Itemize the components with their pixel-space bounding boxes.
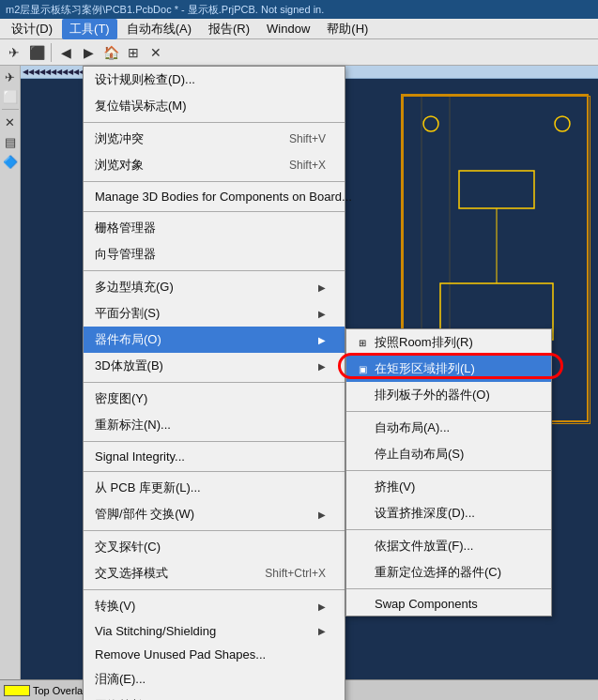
left-tool-1[interactable]: ✈ (1, 68, 20, 86)
title-text: m2层显示板练习案例\PCB1.PcbDoc * - 显示板.PrjPCB. N… (6, 3, 324, 17)
grid-icon: ⊞ (354, 335, 371, 350)
left-tool-5[interactable]: 🔷 (1, 152, 20, 171)
menu-via-stitching[interactable]: Via Stitching/Shielding ▶ (84, 619, 345, 643)
top-overlay-color (4, 685, 30, 696)
submenu-reposition[interactable]: 重新定位选择的器件(C) (346, 559, 551, 586)
menu-manage-3d[interactable]: Manage 3D Bodies for Components on Board… (84, 185, 345, 208)
toolbar-close-icon[interactable]: ✕ (146, 42, 166, 63)
rect-icon: ▣ (354, 361, 371, 376)
menu-browse-objects[interactable]: 浏览对象 Shift+X (84, 152, 345, 178)
submenu-swap-components[interactable]: Swap Components (346, 592, 551, 616)
menu-browse-conflicts[interactable]: 浏览冲突 Shift+V (84, 126, 345, 152)
menu-density-map[interactable]: 密度图(Y) (84, 386, 345, 412)
svg-point-3 (423, 116, 438, 131)
menu-plane-split[interactable]: 平面分割(S) ▶ (84, 300, 345, 327)
menu-polygon-fill[interactable]: 多边型填充(G) ▶ (84, 274, 345, 300)
left-toolbar: ✈ ⬜ ✕ ▤ 🔷 (0, 66, 21, 700)
menu-item-design[interactable]: 设计(D) (4, 19, 60, 39)
menu-net-length[interactable]: 网络等长(Z) (84, 692, 345, 700)
menu-remove-pads[interactable]: Remove Unused Pad Shapes... (84, 643, 345, 666)
submenu-arrange-outside[interactable]: 排列板子外的器件(O) (346, 382, 551, 408)
menu-wizard-manager[interactable]: 向导管理器 (84, 241, 345, 267)
menu-item-autoroute[interactable]: 自动布线(A) (119, 19, 199, 39)
submenu-auto-layout[interactable]: 自动布局(A)... (346, 415, 551, 441)
toolbar-grid-icon[interactable]: ⊞ (123, 42, 144, 63)
title-bar: m2层显示板练习案例\PCB1.PcbDoc * - 显示板.PrjPCB. N… (0, 0, 598, 19)
menu-teardrops[interactable]: 泪滴(E)... (84, 666, 345, 692)
menu-item-window[interactable]: Window (259, 20, 317, 38)
submenu-arrange-rect[interactable]: ▣ 在矩形区域排列(L) (346, 356, 551, 382)
component-layout-submenu: ⊞ 按照Room排列(R) ▣ 在矩形区域排列(L) 排列板子外的器件(O) 自… (345, 328, 552, 616)
main-toolbar: ✈ ⬛ ◀ ▶ 🏠 ⊞ ✕ (0, 39, 598, 66)
workspace: ✈ ⬜ ✕ ▤ 🔷 ◀◀◀◀◀◀◀◀◀◀◀◀◀◀◀◀◀◀◀◀◀◀◀◀◀◀◀◀◀◀… (0, 66, 598, 700)
left-tool-4[interactable]: ▤ (1, 132, 20, 151)
submenu-push-depth[interactable]: 设置挤推深度(D)... (346, 500, 551, 526)
submenu-arrange-room[interactable]: ⊞ 按照Room排列(R) (346, 329, 551, 356)
top-overlay-label: Top Overlay (33, 685, 88, 696)
submenu-stop-auto-layout[interactable]: 停止自动布局(S) (346, 441, 551, 467)
menu-design-rules[interactable]: 设计规则检查(D)... (84, 67, 345, 93)
left-tool-2[interactable]: ⬜ (1, 87, 20, 106)
svg-point-4 (555, 116, 570, 131)
menu-item-report[interactable]: 报告(R) (201, 19, 257, 39)
menu-bar: 设计(D) 工具(T) 自动布线(A) 报告(R) Window 帮助(H) (0, 19, 598, 39)
menu-cross-probe[interactable]: 交叉探针(C) (84, 534, 345, 560)
toolbar-home-icon[interactable]: 🏠 (100, 42, 121, 63)
submenu-push[interactable]: 挤推(V) (346, 474, 551, 500)
toolbar-arrow-icon[interactable]: ✈ (4, 42, 24, 63)
menu-item-tools[interactable]: 工具(T) (62, 19, 117, 39)
tools-dropdown: 设计规则检查(D)... 复位错误标志(M) 浏览冲突 Shift+V 浏览对象… (83, 66, 345, 700)
menu-re-annotate[interactable]: 重新标注(N)... (84, 412, 345, 438)
menu-signal-integrity[interactable]: Signal Integrity... (84, 445, 345, 468)
top-overlay-status: Top Overlay (4, 685, 88, 696)
toolbar-chip-icon[interactable]: ⬛ (26, 42, 47, 63)
menu-update-lib[interactable]: 从 PCB 库更新(L)... (84, 475, 345, 501)
toolbar-forward-icon[interactable]: ▶ (78, 42, 99, 63)
svg-rect-5 (459, 171, 534, 208)
submenu-place-from-file[interactable]: 依据文件放置(F)... (346, 533, 551, 559)
menu-component-layout[interactable]: 器件布局(O) ▶ (84, 327, 345, 353)
menu-item-help[interactable]: 帮助(H) (319, 19, 376, 39)
toolbar-back-icon[interactable]: ◀ (55, 42, 76, 63)
menu-grid-manager[interactable]: 栅格管理器 (84, 215, 345, 241)
menu-pin-swap[interactable]: 管脚/部件 交换(W) ▶ (84, 501, 345, 527)
menu-convert[interactable]: 转换(V) ▶ (84, 593, 345, 619)
menu-3d-placement[interactable]: 3D体放置(B) ▶ (84, 353, 345, 379)
left-tool-3[interactable]: ✕ (1, 113, 20, 131)
menu-cross-select[interactable]: 交叉选择模式 Shift+Ctrl+X (84, 560, 345, 586)
menu-reset-errors[interactable]: 复位错误标志(M) (84, 93, 345, 119)
